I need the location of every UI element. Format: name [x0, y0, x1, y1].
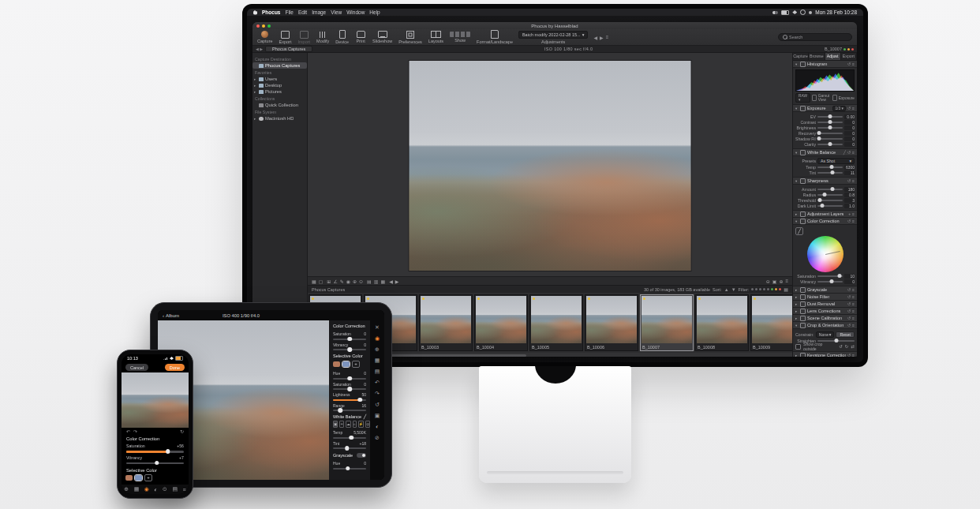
grayscale-toggle[interactable] — [357, 453, 366, 458]
sidebar-item[interactable]: Quick Collection — [252, 102, 307, 108]
layers-icon[interactable]: ▤ — [172, 486, 178, 492]
disclosure-icon[interactable]: ▾ — [795, 219, 799, 223]
menu-app-name[interactable]: Phocus — [262, 9, 280, 16]
slider[interactable] — [817, 281, 843, 283]
eyedropper-icon[interactable]: ╱ — [843, 150, 846, 155]
slider[interactable] — [817, 275, 843, 277]
slider-knob[interactable] — [829, 165, 833, 169]
thumbnail[interactable]: B_10005 — [529, 294, 583, 351]
crop-icon[interactable]: ▦ — [375, 357, 380, 364]
done-button[interactable]: Done — [165, 364, 185, 371]
viewer-menu-icon[interactable]: ≡ — [785, 279, 788, 284]
slider[interactable] — [817, 172, 843, 174]
settings-icon[interactable]: ≡ — [183, 487, 186, 492]
wb-flash-icon[interactable]: ⚡ — [358, 421, 365, 428]
spotlight-icon[interactable] — [800, 9, 806, 15]
wb-shade-icon[interactable]: ⌂ — [353, 421, 357, 428]
delete-icon[interactable]: ⊘ — [375, 435, 380, 441]
reset-icon[interactable]: ↺ — [847, 323, 851, 327]
raw-dropdown[interactable]: RAW ▾ — [795, 93, 810, 103]
disclosure-icon[interactable]: ▸ — [795, 212, 799, 216]
slider-value[interactable]: 1.0 — [844, 204, 855, 208]
color-swatch[interactable] — [342, 361, 350, 367]
slider-knob[interactable] — [347, 347, 352, 352]
gamut-view-icon[interactable] — [812, 95, 817, 101]
slider-value[interactable]: 10 — [844, 274, 855, 279]
slider[interactable] — [817, 122, 843, 123]
draw-tool-icon[interactable]: ✎ — [340, 279, 344, 284]
menu-item[interactable]: Image — [312, 9, 326, 16]
slider-knob[interactable] — [830, 170, 834, 174]
wb-cloudy-icon[interactable]: ☁ — [346, 421, 351, 428]
toolbar-button[interactable]: Modify — [316, 32, 329, 43]
wb-daylight-icon[interactable]: ☀ — [339, 421, 344, 428]
slider-knob[interactable] — [347, 376, 352, 381]
eyedropper-icon[interactable]: ╱ — [795, 227, 803, 235]
section-header[interactable]: ▸ Dust Removal ↺≡ — [793, 301, 857, 308]
disclosure-icon[interactable]: ▸ — [254, 117, 257, 121]
filter-dot[interactable] — [771, 288, 773, 290]
slider[interactable] — [333, 399, 366, 401]
compare-1-icon[interactable]: ▤ — [367, 279, 372, 284]
add-swatch-button[interactable]: + — [352, 361, 360, 368]
section-header[interactable]: ▾ Color Correction ↺≡ — [793, 218, 857, 225]
slider-knob[interactable] — [349, 436, 353, 440]
menu-item[interactable]: Help — [369, 9, 380, 16]
filter-dot[interactable] — [755, 288, 757, 290]
slider-value[interactable]: 0 — [844, 142, 855, 147]
rotate-right-icon[interactable]: ↻ — [845, 344, 849, 349]
slider-knob[interactable] — [358, 398, 363, 402]
control-center-icon[interactable] — [772, 11, 778, 14]
source-tab[interactable]: Phocus Captures — [265, 46, 312, 52]
section-menu-icon[interactable]: ≡ — [852, 309, 855, 313]
slider-value[interactable]: 11 — [844, 170, 855, 175]
slider[interactable] — [333, 378, 366, 380]
wb-preset-select[interactable]: As Shot▾ — [817, 158, 855, 164]
slider-value[interactable]: 0 — [844, 125, 855, 130]
section-menu-icon[interactable]: ≡ — [852, 323, 855, 327]
reset-icon[interactable]: ↺ — [847, 287, 851, 292]
compare-grid-icon[interactable]: ▦ — [380, 279, 385, 284]
section-menu-icon[interactable]: ≡ — [852, 353, 855, 357]
slider[interactable] — [817, 205, 843, 207]
siri-icon[interactable] — [809, 11, 812, 14]
slider-value[interactable]: 0 — [844, 279, 855, 284]
slider[interactable] — [817, 144, 843, 145]
thumbnail[interactable]: B_10008 — [695, 294, 749, 351]
disclosure-icon[interactable]: ▸ — [254, 90, 257, 94]
disclosure-icon[interactable]: ▾ — [795, 179, 799, 183]
disclosure-icon[interactable]: ▸ — [254, 77, 257, 81]
panel-tab[interactable]: Adjust — [825, 53, 841, 60]
toolbar-button[interactable]: Show — [450, 32, 470, 43]
constrain-select[interactable]: None▾ — [816, 331, 835, 338]
reset-icon[interactable]: ↺ — [847, 294, 851, 299]
filter-dot[interactable] — [751, 288, 754, 290]
slider-knob[interactable] — [346, 466, 350, 471]
picker-tool-icon[interactable]: ◉ — [346, 279, 350, 284]
section-menu-icon[interactable]: ≡ — [852, 106, 855, 111]
color-wheel[interactable] — [807, 236, 843, 272]
slider-knob[interactable] — [818, 198, 822, 202]
slider-knob[interactable] — [838, 274, 842, 278]
redo-icon[interactable]: ↷ — [133, 429, 137, 434]
toolbar-button[interactable]: Slideshow — [372, 31, 392, 43]
zoom-fit-icon[interactable]: ▣ — [772, 279, 777, 284]
menu-clock[interactable]: Mon 28 Feb 10:28 — [815, 9, 857, 16]
slider-value[interactable]: 6300 — [844, 165, 855, 170]
toolbar-button[interactable]: Print — [355, 31, 366, 43]
slider-knob[interactable] — [834, 339, 838, 342]
slider[interactable] — [126, 462, 184, 465]
disclosure-icon[interactable]: ▸ — [795, 309, 799, 313]
thumbnail[interactable]: B_10003 — [419, 294, 473, 351]
slider-knob[interactable] — [817, 137, 821, 140]
section-menu-icon[interactable]: ≡ — [852, 62, 855, 66]
pan-tool-icon[interactable]: ⊕ — [353, 279, 357, 284]
tag-red-dot[interactable] — [851, 48, 854, 51]
toolbar-button[interactable]: Import — [297, 31, 310, 44]
slider-knob[interactable] — [829, 142, 832, 146]
slider[interactable] — [333, 447, 366, 449]
layers-icon[interactable]: ▤ — [375, 369, 380, 375]
reset-icon[interactable]: ↺ — [847, 62, 851, 66]
section-header[interactable]: ▾ White Balance ╱↺≡ — [793, 149, 857, 156]
color-swatch[interactable] — [333, 361, 340, 367]
